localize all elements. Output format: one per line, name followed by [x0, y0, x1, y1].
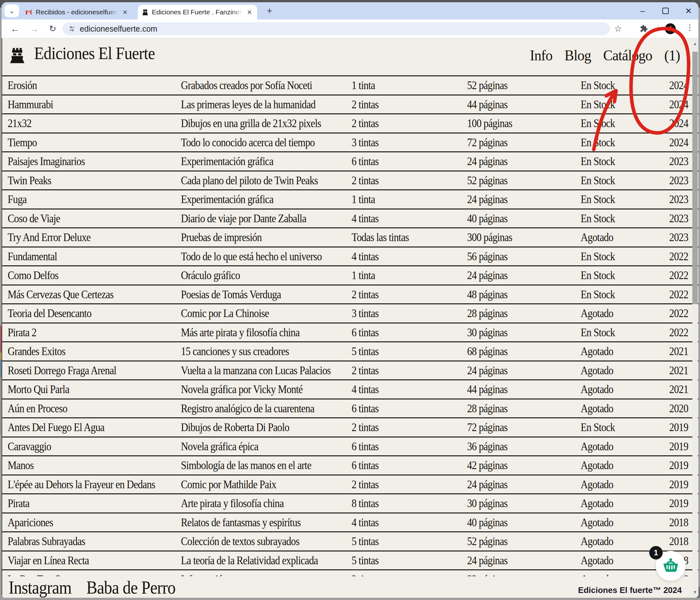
catalog-cell-pages: 48 páginas: [467, 288, 508, 301]
catalog-cell-description: 15 canciones y sus creadores: [181, 345, 289, 358]
catalog-cell-title: Aún en Proceso: [8, 402, 67, 415]
catalog-row[interactable]: Pirata 2Más arte pirata y filosofía chin…: [2, 323, 698, 343]
catalog-row[interactable]: ErosiónGrabados creados por Sofía Noceti…: [2, 76, 698, 95]
new-tab-button[interactable]: +: [267, 6, 273, 16]
profile-avatar[interactable]: ▞▚▞▚: [665, 23, 676, 34]
close-tab-icon[interactable]: ✕: [246, 9, 253, 16]
back-button[interactable]: ←: [9, 23, 21, 34]
catalog-row[interactable]: Paisajes ImaginariosExperimentación gráf…: [2, 152, 698, 171]
catalog-row[interactable]: Morto Qui ParlaNovela gráfica por Vicky …: [2, 380, 698, 400]
catalog-cell-year: 2024: [669, 136, 688, 149]
catalog-cell-inks: 8 tintas: [352, 497, 379, 510]
catalog-row[interactable]: CaravaggioNovela gráfica épica6 tintas36…: [2, 437, 698, 457]
site-info-icon[interactable]: [68, 25, 75, 32]
catalog-row[interactable]: Palabras SubrayadasColección de textos s…: [2, 532, 698, 551]
gmail-icon: [25, 8, 32, 16]
catalog-cell-year: 2019: [669, 478, 688, 491]
close-tab-icon[interactable]: ✕: [121, 9, 129, 16]
catalog-cell-title: Morto Qui Parla: [8, 383, 69, 396]
catalog-cell-inks: 1 tinta: [352, 193, 375, 206]
catalog-row[interactable]: Viajar en Línea RectaLa teoría de la Rel…: [2, 551, 698, 571]
catalog-cell-status: Agotado: [581, 440, 613, 453]
catalog-cell-description: Oráculo gráfico: [181, 269, 240, 282]
catalog-row[interactable]: Roseti Dorrego Fraga ArenalVuelta a la m…: [2, 361, 698, 381]
browser-menu-icon[interactable]: ⋮: [686, 23, 694, 32]
catalog-cell-description: Dibujos de Roberta Di Paolo: [181, 421, 290, 434]
catalog-row[interactable]: 21x32Dibujos en una grilla de 21x32 pixe…: [2, 114, 698, 134]
instagram-link[interactable]: Instagram: [8, 577, 72, 598]
catalog-cell-year: 2021: [669, 364, 688, 377]
catalog-cell-title: Pirata 2: [8, 326, 36, 339]
background-window-sliver: [0, 326, 2, 353]
catalog-cell-description: Diario de viaje por Dante Zaballa: [181, 212, 306, 225]
nav-catalogo[interactable]: Catálogo: [603, 47, 652, 64]
catalog-row[interactable]: TiempoTodo lo conocido acerca del tiempo…: [2, 134, 698, 153]
catalog-row[interactable]: Coso de ViajeDiario de viaje por Dante Z…: [2, 210, 698, 229]
site-title[interactable]: Ediciones El Fuerte: [34, 43, 155, 63]
catalog-cell-inks: 2 tintas: [352, 117, 379, 130]
scroll-up-icon[interactable]: ▲: [692, 38, 698, 49]
browser-toolbar: ← → ↻ edicioneselfuerte.com ☆ ▞▚▞▚ ⋮: [2, 20, 698, 38]
catalog-cell-inks: 4 tintas: [352, 250, 379, 263]
catalog-cell-title: Hammurabi: [8, 98, 53, 111]
extensions-icon[interactable]: [640, 24, 648, 33]
forward-button[interactable]: →: [28, 23, 40, 34]
catalog-cell-year: 2018: [669, 535, 688, 548]
catalog-cell-status: En Stock: [581, 212, 615, 225]
baba-de-perro-link[interactable]: Baba de Perro: [86, 577, 175, 598]
site-nav: Info Blog Catálogo (1): [530, 47, 680, 64]
nav-info[interactable]: Info: [530, 47, 553, 64]
bookmark-star-icon[interactable]: ☆: [614, 24, 622, 34]
catalog-cell-description: Novela gráfica por Vicky Monté: [181, 383, 303, 396]
catalog-cell-year: 2019: [669, 459, 688, 472]
nav-blog[interactable]: Blog: [565, 47, 591, 64]
catalog-cell-pages: 30 páginas: [467, 497, 508, 510]
catalog-row[interactable]: ManosSimbología de las manos en el arte6…: [2, 456, 698, 476]
address-bar[interactable]: edicioneselfuerte.com: [62, 22, 610, 35]
catalog-cell-status: Agotado: [581, 535, 613, 548]
catalog-cell-title: Roseti Dorrego Fraga Arenal: [8, 364, 116, 377]
scroll-down-icon[interactable]: ▼: [692, 587, 698, 598]
tab-ediciones-el-fuerte[interactable]: Ediciones El Fuerte . Fanzines en Ri ✕: [138, 5, 257, 20]
url-text[interactable]: edicioneselfuerte.com: [80, 24, 157, 33]
catalog-cell-description: Cada plano del piloto de Twin Peaks: [181, 174, 318, 187]
catalog-row[interactable]: Más Cervezas Que CertezasPoesias de Tomá…: [2, 286, 698, 305]
catalog-row[interactable]: PirataArte pirata y filosofía china8 tin…: [2, 494, 698, 513]
maximize-button[interactable]: [661, 7, 670, 15]
catalog-cell-pages: 36 páginas: [467, 440, 508, 453]
catalog-cell-description: Experimentación gráfica: [181, 193, 273, 206]
catalog-row[interactable]: Antes Del Fuego El AguaDibujos de Robert…: [2, 418, 698, 437]
catalog-cell-year: 2021: [669, 383, 688, 396]
catalog-cell-status: En Stock: [581, 136, 615, 149]
minimize-button[interactable]: –: [639, 7, 647, 15]
catalog-row[interactable]: Teoria del DesencantoComic por La Chinoi…: [2, 304, 698, 323]
window-close-button[interactable]: ✕: [684, 7, 693, 15]
scrollbar[interactable]: ▲ ▼: [692, 38, 698, 598]
catalog-row[interactable]: FundamentalTodo de lo que está hecho el …: [2, 247, 698, 267]
catalog-row[interactable]: HammurabiLas primeras leyes de la humani…: [2, 95, 698, 115]
catalog-row[interactable]: FugaExperimentación gráfica1 tinta24 pág…: [2, 190, 698, 210]
catalog-row[interactable]: Grandes Exitos15 canciones y sus creador…: [2, 342, 698, 361]
scrollbar-thumb[interactable]: [692, 52, 698, 304]
catalog-cell-pages: 52 páginas: [467, 535, 508, 548]
nav-cart-count[interactable]: (1): [664, 47, 680, 64]
catalog-cell-description: Novela gráfica épica: [181, 440, 258, 453]
catalog-cell-inks: 6 tintas: [352, 459, 379, 472]
catalog-cell-year: 2022: [669, 307, 688, 320]
catalog-row[interactable]: Try And Error DeluxePruebas de impresión…: [2, 228, 698, 247]
fort-logo-icon[interactable]: [8, 47, 26, 64]
catalog-row[interactable]: L'épée au Dehors la Frayeur en DedansCom…: [2, 476, 698, 495]
catalog-cell-status: Agotado: [581, 554, 613, 567]
catalog-row[interactable]: Como DelfosOráculo gráfico1 tinta24 pági…: [2, 266, 698, 286]
catalog-cell-description: Más arte pirata y filosofía china: [181, 326, 300, 339]
catalog-cell-status: Agotado: [581, 402, 613, 415]
catalog-cell-inks: 6 tintas: [352, 326, 379, 339]
tab-search-button[interactable]: ⌄: [4, 4, 19, 17]
catalog-row[interactable]: AparicionesRelatos de fantasmas y espirí…: [2, 513, 698, 533]
catalog-cell-pages: 42 páginas: [467, 459, 508, 472]
catalog-row[interactable]: Aún en ProcesoRegistro analógico de la c…: [2, 400, 698, 418]
tab-gmail[interactable]: Recibidos - edicioneselfuerte@gm ✕: [21, 5, 133, 20]
reload-button[interactable]: ↻: [47, 23, 58, 34]
catalog-cell-pages: 68 páginas: [467, 345, 508, 358]
catalog-row[interactable]: Twin PeaksCada plano del piloto de Twin …: [2, 171, 698, 191]
